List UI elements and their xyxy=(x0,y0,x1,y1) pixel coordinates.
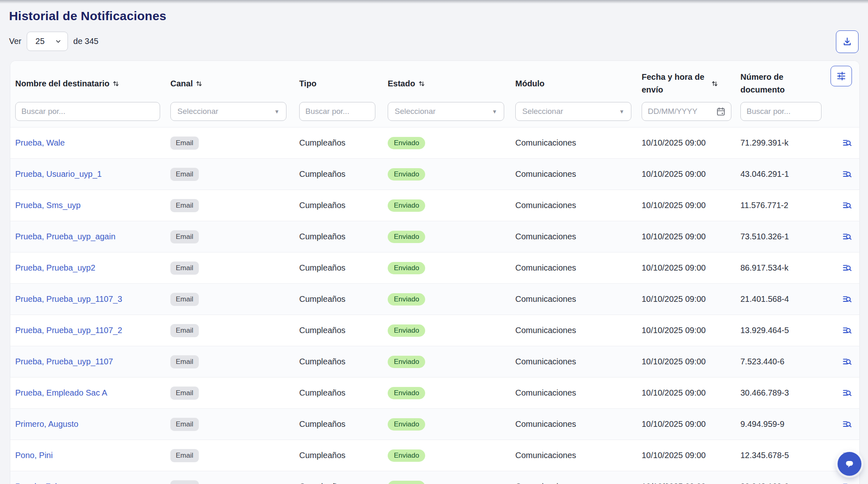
chevron-down-icon xyxy=(55,38,62,45)
status-badge: Enviado xyxy=(388,356,425,368)
status-badge: Enviado xyxy=(388,199,425,212)
column-header-nombre[interactable]: Nombre del destinatario xyxy=(15,79,170,88)
column-settings-button[interactable] xyxy=(831,66,852,86)
recipient-name-link[interactable]: Prueba, Prueba_uyp2 xyxy=(15,263,95,272)
recipient-name-link[interactable]: Prueba, Sms_uyp xyxy=(15,201,81,210)
document-number-cell: 43.046.291-1 xyxy=(740,169,841,179)
sort-icon[interactable] xyxy=(196,81,202,87)
recipient-name-link[interactable]: Primero, Augusto xyxy=(15,419,78,428)
column-header-documento: Número de documento xyxy=(740,71,841,96)
sent-datetime-cell: 10/10/2025 09:00 xyxy=(642,138,740,148)
sent-datetime-cell: 10/10/2025 09:00 xyxy=(642,201,740,210)
view-details-button[interactable] xyxy=(841,293,853,306)
view-details-button[interactable] xyxy=(841,356,853,368)
filter-nombre-input[interactable] xyxy=(15,102,160,121)
chat-widget-button[interactable] xyxy=(838,452,861,476)
type-cell: Cumpleaños xyxy=(299,169,388,179)
page-size-select[interactable]: 25 xyxy=(27,32,68,51)
list-search-icon xyxy=(842,482,852,484)
document-number-cell: 30.466.789-3 xyxy=(740,388,841,398)
filter-modulo-select[interactable]: Seleccionar ▼ xyxy=(515,102,631,121)
list-search-icon xyxy=(842,325,852,336)
document-number-cell: 12.345.678-5 xyxy=(740,451,841,460)
module-cell: Comunicaciones xyxy=(515,451,642,460)
filter-documento-input[interactable] xyxy=(740,102,821,121)
module-cell: Comunicaciones xyxy=(515,326,642,335)
recipient-name-link[interactable]: Prueba, Prueba_uyp_1107_2 xyxy=(15,326,122,335)
recipient-name-link[interactable]: Prueba, Wale xyxy=(15,138,65,147)
view-details-button[interactable] xyxy=(841,231,853,243)
module-cell: Comunicaciones xyxy=(515,138,642,148)
recipient-name-link[interactable]: Prueba, Prueba_uyp_again xyxy=(15,232,116,241)
sort-icon[interactable] xyxy=(113,81,119,87)
sort-icon[interactable] xyxy=(712,81,718,87)
download-button[interactable] xyxy=(836,30,859,53)
list-search-icon xyxy=(842,419,852,430)
status-badge: Enviado xyxy=(388,231,425,243)
table-row: Prueba, Sms_uyp Email Cumpleaños Enviado… xyxy=(10,190,859,221)
table-filter-row: Seleccionar ▼ Seleccionar ▼ Seleccionar … xyxy=(15,102,854,121)
view-details-button[interactable] xyxy=(841,168,853,181)
table-body: Prueba, Wale Email Cumpleaños Enviado Co… xyxy=(10,127,859,484)
document-number-cell: 71.299.391-k xyxy=(740,138,841,148)
document-number-cell: 11.576.771-2 xyxy=(740,201,841,210)
recipient-name-link[interactable]: Prueba, Prueba_uyp_1107_3 xyxy=(15,294,122,303)
column-header-fecha[interactable]: Fecha y hora de envío xyxy=(642,71,740,96)
document-number-cell: 9.494.959-9 xyxy=(740,419,841,429)
dropdown-arrow-icon: ▼ xyxy=(274,109,279,115)
sort-icon[interactable] xyxy=(419,81,425,87)
document-number-cell: 30.948.169-0 xyxy=(740,482,841,484)
table-row: Prueba, Usuario_uyp_1 Email Cumpleaños E… xyxy=(10,158,859,190)
channel-badge: Email xyxy=(170,387,199,400)
column-header-canal[interactable]: Canal xyxy=(170,79,299,88)
filter-canal-select[interactable]: Seleccionar ▼ xyxy=(170,102,286,121)
sent-datetime-cell: 10/10/2025 09:00 xyxy=(642,294,740,304)
filter-estado-select[interactable]: Seleccionar ▼ xyxy=(388,102,504,121)
type-cell: Cumpleaños xyxy=(299,263,388,273)
recipient-name-link[interactable]: Prueba, Empleado Sac A xyxy=(15,388,107,397)
page-size-value: 25 xyxy=(35,37,44,46)
document-number-cell: 21.401.568-4 xyxy=(740,294,841,304)
list-search-icon xyxy=(842,263,852,273)
chat-bubble-icon xyxy=(843,458,856,470)
module-cell: Comunicaciones xyxy=(515,388,642,398)
recipient-name-link[interactable]: Prueba, Usuario_uyp_1 xyxy=(15,169,102,178)
channel-badge: Email xyxy=(170,418,199,431)
view-details-button[interactable] xyxy=(841,481,853,484)
document-number-cell: 13.929.464-5 xyxy=(740,326,841,335)
recipient-name-link[interactable]: Pono, Pini xyxy=(15,451,53,460)
table-row: Prueba, Wale Email Cumpleaños Enviado Co… xyxy=(10,127,859,158)
view-details-button[interactable] xyxy=(841,324,853,337)
recipient-name-link[interactable]: Prueba, Prueba_uyp_1107 xyxy=(15,357,113,366)
view-details-button[interactable] xyxy=(841,262,853,274)
status-badge: Enviado xyxy=(388,387,425,399)
view-details-button[interactable] xyxy=(841,387,853,399)
document-number-cell: 86.917.534-k xyxy=(740,263,841,273)
page-title: Historial de Notificaciones xyxy=(9,9,166,23)
sent-datetime-cell: 10/10/2025 09:00 xyxy=(642,482,740,484)
channel-badge: Email xyxy=(170,262,199,275)
column-header-estado[interactable]: Estado xyxy=(388,79,515,88)
status-badge: Enviado xyxy=(388,137,425,149)
filter-fecha-date-input[interactable]: DD/MM/YYYY xyxy=(642,102,731,121)
type-cell: Cumpleaños xyxy=(299,357,388,366)
channel-badge: Email xyxy=(170,324,199,337)
filter-tipo-input[interactable] xyxy=(299,102,375,121)
channel-badge: Email xyxy=(170,137,199,150)
type-cell: Cumpleaños xyxy=(299,482,388,484)
type-cell: Cumpleaños xyxy=(299,232,388,241)
view-details-button[interactable] xyxy=(841,137,853,149)
view-details-button[interactable] xyxy=(841,199,853,212)
status-badge: Enviado xyxy=(388,168,425,181)
channel-badge: Email xyxy=(170,293,199,306)
list-search-icon xyxy=(842,232,852,242)
list-search-icon xyxy=(842,200,852,211)
module-cell: Comunicaciones xyxy=(515,357,642,366)
total-count-label: de 345 xyxy=(73,37,98,46)
sent-datetime-cell: 10/10/2025 09:00 xyxy=(642,388,740,398)
sent-datetime-cell: 10/10/2025 09:00 xyxy=(642,263,740,273)
recipient-name-link[interactable]: People, Fake xyxy=(15,482,64,484)
list-search-icon xyxy=(842,294,852,305)
table-header-block: Nombre del destinatario Canal Tipo Estad… xyxy=(10,61,859,127)
view-details-button[interactable] xyxy=(841,418,853,431)
